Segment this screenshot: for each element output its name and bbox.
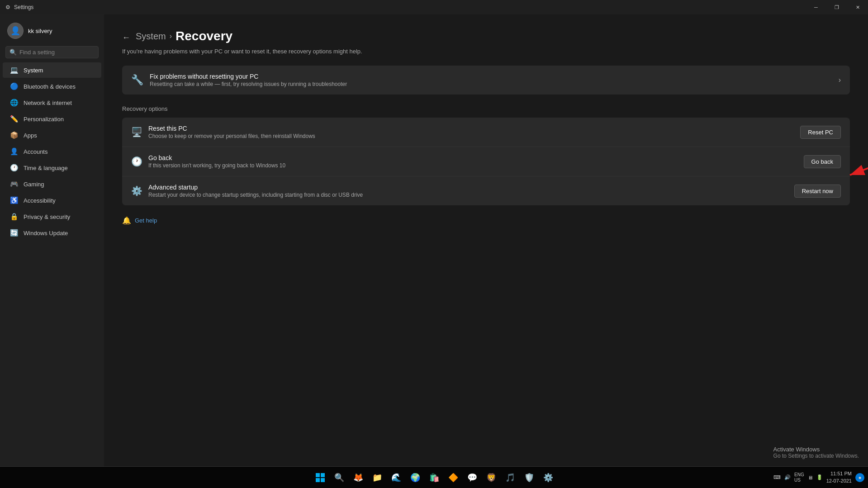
speaker-icon: 🔊: [784, 474, 791, 480]
spotify-icon[interactable]: 🎵: [502, 469, 518, 486]
advanced-startup-icon: ⚙️: [131, 185, 142, 196]
browser-icon[interactable]: 🦊: [350, 469, 366, 486]
recovery-advanced-title: Advanced startup: [148, 184, 363, 191]
nav-icon-privacy: 🔒: [10, 213, 18, 221]
nav-item-accessibility[interactable]: ♿ Accessibility: [3, 193, 101, 208]
nav-label-personalization: Personalization: [24, 116, 64, 123]
reset-pc-icon: 🖥️: [131, 127, 142, 137]
title-bar-controls: ─ ❐ ✕: [806, 0, 868, 14]
recovery-advanced-desc: Restart your device to change startup se…: [148, 192, 363, 198]
battery-icon: 🔋: [816, 474, 823, 480]
nav-icon-accounts: 👤: [10, 147, 18, 156]
nav-label-system: System: [24, 67, 43, 74]
svg-rect-2: [316, 473, 320, 477]
svg-line-1: [850, 161, 868, 175]
network-icon: 🖥: [808, 475, 813, 480]
page-title: Recovery: [175, 29, 232, 43]
activate-windows-subtitle: Go to Settings to activate Windows.: [773, 453, 859, 459]
go-back-icon: 🕐: [131, 156, 142, 167]
nav-icon-time: 🕐: [10, 164, 18, 172]
keyboard-icon: ⌨: [773, 474, 781, 480]
nav-label-update: Windows Update: [24, 230, 68, 237]
recovery-options-wrapper: 🖥️ Reset this PC Choose to keep or remov…: [122, 118, 850, 205]
nav-label-privacy: Privacy & security: [24, 213, 70, 220]
recovery-goback-left: 🕐 Go back If this version isn't working,…: [131, 154, 285, 169]
language-indicator: ENGUS: [794, 472, 804, 483]
breadcrumb-system[interactable]: System: [136, 31, 166, 42]
nav-icon-accessibility: ♿: [10, 196, 18, 204]
nav-icon-network: 🌐: [10, 99, 18, 107]
nav-icon-personalization: ✏️: [10, 115, 18, 123]
vpn-icon[interactable]: 🛡️: [521, 469, 537, 486]
go-back-button[interactable]: Go back: [804, 155, 841, 168]
nav-item-apps[interactable]: 📦 Apps: [3, 128, 101, 143]
nav-icon-gaming: 🎮: [10, 180, 18, 188]
search-icon: 🔍: [9, 49, 17, 56]
fix-problems-card[interactable]: 🔧 Fix problems without resetting your PC…: [122, 66, 850, 95]
settings-icon: ⚙: [5, 4, 10, 10]
recovery-item-advanced: ⚙️ Advanced startup Restart your device …: [122, 176, 850, 205]
start-button[interactable]: [312, 469, 328, 486]
get-help[interactable]: 🔔 Get help: [122, 216, 850, 225]
nav-item-network[interactable]: 🌐 Network & internet: [3, 95, 101, 110]
taskbar-clock: 11:51 PM 12-07-2021: [826, 470, 852, 484]
nav-icon-update: 🔄: [10, 229, 18, 237]
nav-label-gaming: Gaming: [24, 181, 44, 188]
title-bar-left: ⚙ Settings: [5, 4, 33, 10]
nav-label-apps: Apps: [24, 132, 37, 139]
nav-icon-bluetooth: 🔵: [10, 82, 18, 90]
search-box[interactable]: 🔍: [5, 46, 99, 58]
breadcrumb: System › Recovery: [136, 29, 232, 43]
nav-item[interactable]: 💻 System: [3, 62, 101, 78]
nav-item-gaming[interactable]: 🎮 Gaming: [3, 176, 101, 192]
nav-item-update[interactable]: 🔄 Windows Update: [3, 225, 101, 241]
brave-icon[interactable]: 🦁: [483, 469, 499, 486]
notification-badge[interactable]: ●: [855, 473, 864, 482]
minimize-button[interactable]: ─: [806, 0, 826, 14]
nav-item-time[interactable]: 🕐 Time & language: [3, 160, 101, 175]
fix-problems-icon: 🔧: [131, 74, 143, 86]
activate-windows-title: Activate Windows: [773, 446, 859, 453]
recovery-goback-desc: If this version isn't working, try going…: [148, 162, 285, 169]
svg-rect-5: [321, 478, 325, 482]
taskbar-right: ⌨ 🔊 ENGUS 🖥 🔋 11:51 PM 12-07-2021 ●: [773, 470, 864, 484]
recovery-reset-title: Reset this PC: [148, 125, 315, 132]
recovery-goback-text: Go back If this version isn't working, t…: [148, 154, 285, 169]
recovery-goback-title: Go back: [148, 154, 285, 161]
avatar: 👤: [7, 23, 24, 39]
edge-icon[interactable]: 🌊: [388, 469, 404, 486]
taskbar-time: 11:51 PM: [826, 470, 852, 477]
fix-problems-text: Fix problems without resetting your PC R…: [150, 73, 347, 87]
back-button[interactable]: ←: [122, 33, 130, 43]
settings-taskbar-icon[interactable]: ⚙️: [540, 469, 556, 486]
chrome-icon[interactable]: 🌍: [407, 469, 423, 486]
restart-now-button[interactable]: Restart now: [794, 185, 841, 198]
nav-item-privacy[interactable]: 🔒 Privacy & security: [3, 209, 101, 224]
activate-windows: Activate Windows Go to Settings to activ…: [773, 446, 859, 459]
close-button[interactable]: ✕: [847, 0, 868, 14]
svg-rect-4: [316, 478, 320, 482]
app-body: 👤 kk silvery 🔍 💻 System 🔵 Bluetooth & de…: [0, 14, 868, 466]
nav-item-accounts[interactable]: 👤 Accounts: [3, 144, 101, 159]
discord-icon[interactable]: 💬: [464, 469, 480, 486]
recovery-advanced-left: ⚙️ Advanced startup Restart your device …: [131, 184, 363, 198]
title-bar: ⚙ Settings ─ ❐ ✕: [0, 0, 868, 14]
app1-icon[interactable]: 🔶: [445, 469, 461, 486]
recovery-reset-desc: Choose to keep or remove your personal f…: [148, 133, 315, 139]
nav-item-bluetooth[interactable]: 🔵 Bluetooth & devices: [3, 79, 101, 94]
files-icon[interactable]: 📁: [369, 469, 385, 486]
nav-label-accessibility: Accessibility: [24, 197, 56, 204]
nav-label-time: Time & language: [24, 165, 68, 171]
reset-pc-button[interactable]: Reset PC: [800, 126, 841, 139]
fix-problems-desc: Resetting can take a while — first, try …: [150, 81, 347, 87]
store-icon[interactable]: 🛍️: [426, 469, 442, 486]
nav-item-personalization[interactable]: ✏️ Personalization: [3, 111, 101, 127]
nav-label-network: Network & internet: [24, 99, 72, 106]
restore-button[interactable]: ❐: [826, 0, 847, 14]
search-taskbar-icon[interactable]: 🔍: [331, 469, 347, 486]
recovery-advanced-text: Advanced startup Restart your device to …: [148, 184, 363, 198]
search-input[interactable]: [19, 49, 95, 56]
sidebar: 👤 kk silvery 🔍 💻 System 🔵 Bluetooth & de…: [0, 14, 104, 466]
recovery-options-label: Recovery options: [122, 105, 850, 112]
recovery-item-goback: 🕐 Go back If this version isn't working,…: [122, 147, 850, 176]
